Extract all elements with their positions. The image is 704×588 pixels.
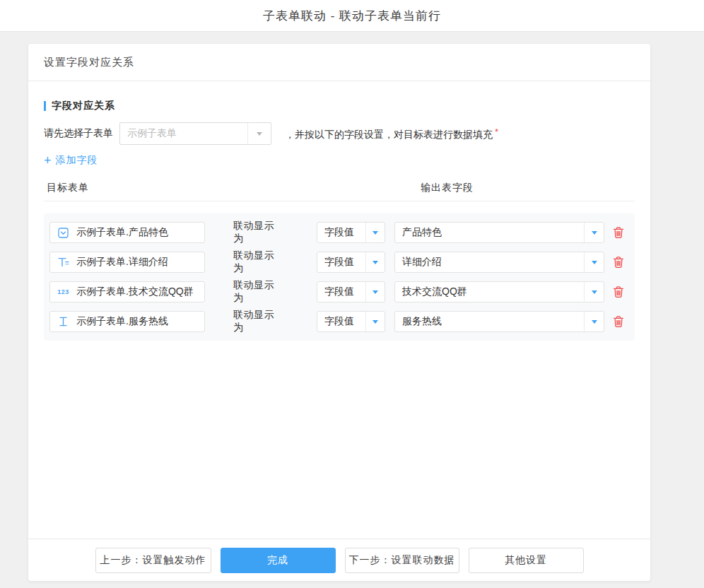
chevron-down-icon <box>365 252 385 272</box>
settings-card: 设置字段对应关系 字段对应关系 请先选择子表单 示例子表单 ，并按以下的字段设置… <box>28 44 650 581</box>
output-field-select[interactable]: 服务热线 <box>394 311 604 332</box>
trash-icon <box>613 256 624 269</box>
value-type-value: 字段值 <box>317 226 365 239</box>
chevron-down-icon <box>365 312 385 331</box>
other-settings-button[interactable]: 其他设置 <box>469 548 584 573</box>
value-type-value: 字段值 <box>317 256 365 269</box>
footer-toolbar: 上一步：设置触发动作 完成 下一步：设置联动数据 其他设置 <box>28 539 650 581</box>
output-field-select[interactable]: 详细介绍 <box>394 252 604 273</box>
prev-step-button[interactable]: 上一步：设置触发动作 <box>95 548 211 573</box>
column-target: 目标表单 <box>47 182 89 194</box>
column-output: 输出表字段 <box>421 182 474 194</box>
output-field-value: 产品特色 <box>395 226 584 239</box>
mapping-row: 123 示例子表单.技术交流QQ群 联动显示为 字段值 技术交流QQ群 <box>49 277 629 307</box>
mapping-mode-label: 联动显示为 <box>233 309 284 334</box>
delete-row-button[interactable] <box>613 256 624 269</box>
value-type-select[interactable]: 字段值 <box>317 281 385 302</box>
add-field-label: 添加字段 <box>56 154 98 167</box>
trash-icon <box>613 286 624 298</box>
trash-icon <box>613 226 624 239</box>
target-field-box: 示例子表单.详细介绍 <box>49 252 205 273</box>
mapping-mode-label: 联动显示为 <box>233 249 284 275</box>
section-title: 字段对应关系 <box>44 100 635 112</box>
chevron-down-icon <box>584 312 604 331</box>
chevron-down-icon <box>584 252 604 272</box>
column-headers: 目标表单 输出表字段 <box>44 182 635 195</box>
subform-select[interactable]: 示例子表单 <box>119 122 271 145</box>
textarea-field-icon <box>57 257 69 267</box>
target-field-box: 示例子表单.产品特色 <box>49 222 205 243</box>
target-field-name: 示例子表单.产品特色 <box>76 226 168 239</box>
mapping-row: 示例子表单.服务热线 联动显示为 字段值 服务热线 <box>49 307 629 336</box>
mapping-mode-label: 联动显示为 <box>233 279 284 305</box>
select-field-icon <box>57 228 69 238</box>
delete-row-button[interactable] <box>613 226 624 239</box>
mapping-row: 示例子表单.详细介绍 联动显示为 字段值 详细介绍 <box>49 247 629 277</box>
number-field-icon: 123 <box>57 288 69 295</box>
target-field-name: 示例子表单.服务热线 <box>76 315 168 328</box>
text-field-icon <box>57 317 69 327</box>
next-step-button[interactable]: 下一步：设置联动数据 <box>345 548 459 573</box>
chevron-down-icon <box>365 282 385 302</box>
column-divider <box>44 201 635 201</box>
mapping-mode-label: 联动显示为 <box>233 220 284 245</box>
section-title-text: 字段对应关系 <box>52 100 115 112</box>
value-type-value: 字段值 <box>317 286 365 298</box>
card-body: 字段对应关系 请先选择子表单 示例子表单 ，并按以下的字段设置，对目标表进行数据… <box>28 81 650 539</box>
output-field-select[interactable]: 技术交流QQ群 <box>394 281 604 302</box>
add-field-button[interactable]: + 添加字段 <box>44 154 98 167</box>
output-field-value: 服务热线 <box>395 315 584 328</box>
delete-row-button[interactable] <box>613 315 624 328</box>
delete-row-button[interactable] <box>613 286 624 298</box>
dialog-titlebar: 子表单联动 - 联动子表单当前行 <box>0 0 704 32</box>
subform-label: 请先选择子表单 <box>44 127 113 140</box>
target-field-name: 示例子表单.技术交流QQ群 <box>76 286 194 298</box>
output-field-value: 技术交流QQ群 <box>395 286 584 298</box>
value-type-value: 字段值 <box>317 315 365 328</box>
value-type-select[interactable]: 字段值 <box>317 252 385 273</box>
subform-hint: ，并按以下的字段设置，对目标表进行数据填充* <box>285 127 498 141</box>
subform-select-value: 示例子表单 <box>120 127 247 140</box>
chevron-down-icon <box>584 282 604 302</box>
chevron-down-icon <box>584 223 604 242</box>
section-accent-bar <box>44 101 46 111</box>
output-field-value: 详细介绍 <box>395 256 584 269</box>
target-field-box: 123 示例子表单.技术交流QQ群 <box>49 281 205 302</box>
output-field-select[interactable]: 产品特色 <box>394 222 604 243</box>
finish-button[interactable]: 完成 <box>221 548 336 573</box>
card-header: 设置字段对应关系 <box>28 44 650 81</box>
card-title: 设置字段对应关系 <box>44 56 134 69</box>
value-type-select[interactable]: 字段值 <box>317 311 385 332</box>
target-field-name: 示例子表单.详细介绍 <box>76 256 168 269</box>
dialog-title: 子表单联动 - 联动子表单当前行 <box>263 8 441 24</box>
chevron-down-icon <box>365 223 385 242</box>
required-asterisk: * <box>495 127 498 137</box>
mapping-rows: 示例子表单.产品特色 联动显示为 字段值 产品特色 示例子表单.详细介绍 <box>44 213 635 341</box>
target-field-box: 示例子表单.服务热线 <box>49 311 205 332</box>
subform-line: 请先选择子表单 示例子表单 ，并按以下的字段设置，对目标表进行数据填充* <box>44 122 635 145</box>
chevron-down-icon <box>247 123 271 144</box>
value-type-select[interactable]: 字段值 <box>317 222 385 243</box>
trash-icon <box>613 315 624 328</box>
plus-icon: + <box>44 155 52 165</box>
mapping-row: 示例子表单.产品特色 联动显示为 字段值 产品特色 <box>49 218 629 247</box>
